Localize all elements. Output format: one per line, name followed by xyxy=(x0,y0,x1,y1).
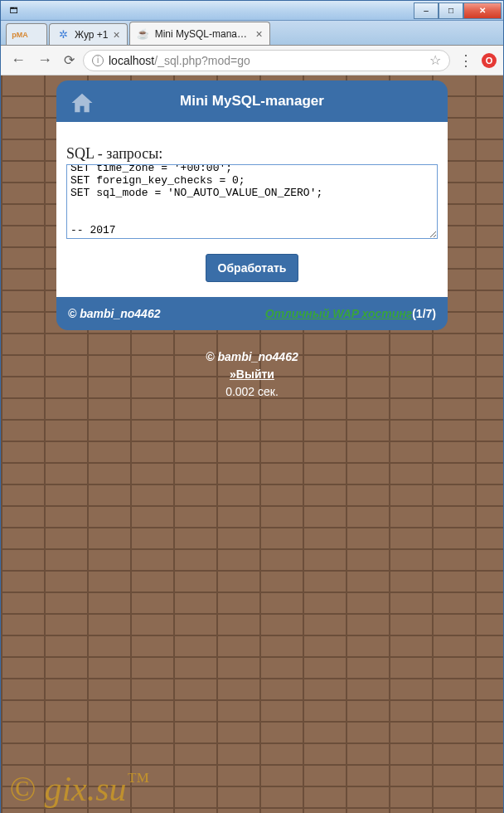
submit-button[interactable]: Обработать xyxy=(206,254,299,282)
maximize-button[interactable]: □ xyxy=(439,2,463,19)
bookmark-icon[interactable]: ☆ xyxy=(429,52,441,68)
app-icon: 🗔 xyxy=(7,4,21,17)
toolbar: ← → ⟳ i localhost/_sql.php?mod=go ☆ ⋮ O xyxy=(1,46,503,75)
app-card: Mini MySQL-manager SQL - запросы: Обрабо… xyxy=(56,80,448,330)
tab-close-icon[interactable]: × xyxy=(256,27,263,41)
extension-icon[interactable]: O xyxy=(482,53,497,68)
site-info-icon[interactable]: i xyxy=(92,55,104,66)
page-indicator: (1/7) xyxy=(412,307,436,320)
address-bar[interactable]: i localhost/_sql.php?mod=go ☆ xyxy=(83,50,450,71)
tabs-row: pMA ✲ Жур +1 × ☕ Mini MySQL-manager × xyxy=(1,21,503,46)
tab-jur[interactable]: ✲ Жур +1 × xyxy=(49,23,128,45)
joomla-icon: ✲ xyxy=(56,28,70,41)
browser-menu-icon[interactable]: ⋮ xyxy=(455,51,477,70)
footer-right: Отличный WAP хостинг(1/7) xyxy=(265,307,436,320)
app-header: Mini MySQL-manager xyxy=(56,80,448,122)
tab-label: Жур +1 xyxy=(75,29,109,41)
submit-row: Обработать xyxy=(66,254,438,282)
sql-label: SQL - запросы: xyxy=(66,145,438,163)
app-title: Mini MySQL-manager xyxy=(180,93,324,110)
hosting-link[interactable]: Отличный WAP хостинг xyxy=(265,307,412,320)
app-body: SQL - запросы: Обработать xyxy=(56,122,448,297)
back-button[interactable]: ← xyxy=(7,50,29,71)
below-copyright: © bambi_no4462 xyxy=(1,348,503,366)
close-button[interactable]: ✕ xyxy=(463,2,502,19)
tab-label: Mini MySQL-manager xyxy=(155,28,251,40)
titlebar-icons: 🗔 xyxy=(2,4,21,17)
titlebar: 🗔 – □ ✕ xyxy=(1,1,503,21)
java-icon: ☕ xyxy=(137,27,150,41)
page-content: Mini MySQL-manager SQL - запросы: Обрабо… xyxy=(1,75,503,813)
logout-link[interactable]: »Выйти xyxy=(230,368,274,381)
tab-mini-mysql[interactable]: ☕ Mini MySQL-manager × xyxy=(129,22,270,45)
home-icon[interactable] xyxy=(70,90,94,112)
app-footer: © bambi_no4462 Отличный WAP хостинг(1/7) xyxy=(56,297,448,330)
forward-button[interactable]: → xyxy=(34,50,56,71)
footer-copyright: © bambi_no4462 xyxy=(68,307,160,320)
below-info: © bambi_no4462 »Выйти 0.002 сек. xyxy=(1,348,503,401)
tab-pma[interactable]: pMA xyxy=(6,23,47,45)
watermark: © gix.su™ xyxy=(9,767,149,809)
window-controls: – □ ✕ xyxy=(414,2,502,19)
sql-textarea[interactable] xyxy=(66,164,438,239)
render-time: 0.002 сек. xyxy=(1,383,503,401)
reload-button[interactable]: ⟳ xyxy=(61,51,78,70)
window-frame: 🗔 – □ ✕ pMA ✲ Жур +1 × ☕ Mini MySQL-mana… xyxy=(0,0,504,813)
minimize-button[interactable]: – xyxy=(414,2,439,19)
tab-close-icon[interactable]: × xyxy=(114,28,120,41)
url-display: localhost/_sql.php?mod=go xyxy=(109,54,424,67)
phpmyadmin-icon: pMA xyxy=(13,28,27,41)
